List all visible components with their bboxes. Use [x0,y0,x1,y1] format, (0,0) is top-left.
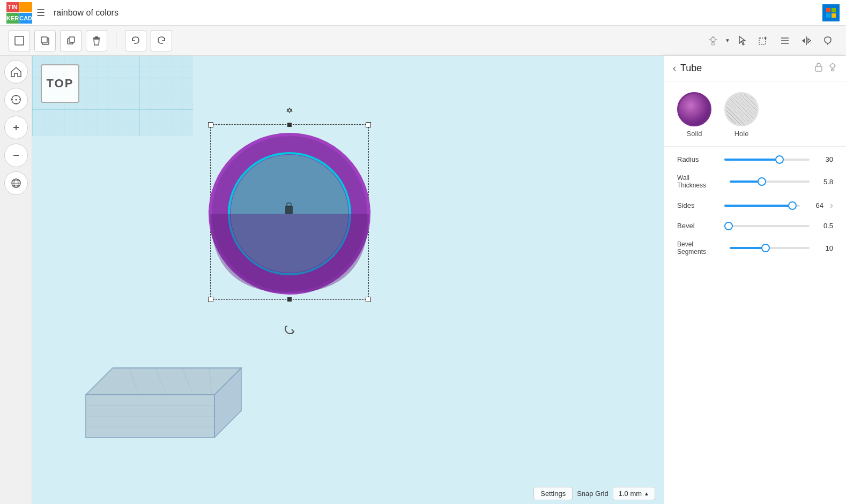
bevel-segments-value: 10 [814,244,833,252]
wall-thickness-value: 5.8 [814,178,833,186]
svg-rect-3 [832,13,836,18]
svg-rect-9 [95,36,98,37]
fit-view-button[interactable] [4,88,28,111]
bevel-value: 0.5 [814,222,833,230]
redo-button[interactable] [151,30,172,51]
light-dropdown-arrow[interactable]: ▼ [725,37,730,43]
delete-button[interactable] [86,30,107,51]
sides-track[interactable] [724,205,800,207]
copy-button[interactable] [34,30,56,51]
box-select-button[interactable] [754,31,773,50]
bevel-track[interactable] [724,225,810,227]
settings-button[interactable]: Settings [533,487,573,500]
svg-rect-2 [826,13,830,18]
radius-label: Radius [677,155,720,163]
tube-svg [204,120,375,313]
mirror-button[interactable] [797,31,816,50]
svg-rect-4 [15,36,24,45]
left-sidebar [0,56,32,504]
sides-label: Sides [677,201,720,209]
svg-point-11 [711,37,715,42]
perspective-button[interactable] [4,171,28,195]
bevel-segments-thumb[interactable] [761,244,770,252]
svg-rect-6 [41,37,47,43]
undo-button[interactable] [125,30,146,51]
sides-chevron[interactable]: › [830,200,833,211]
viewport[interactable]: TOP [32,56,664,504]
radius-thumb[interactable] [775,155,784,164]
sliders-section: Radius 30 WallThickness 5.8 Sides [664,147,846,264]
panel-light-button[interactable] [828,62,837,74]
svg-point-64 [830,64,835,68]
sides-row: Sides 64 › [677,200,833,211]
logo-empty [19,2,32,13]
select-tool-button[interactable] [732,31,752,50]
light-tool-button[interactable] [703,31,723,50]
svg-marker-17 [739,36,745,45]
resize-top-handle[interactable] [284,105,295,117]
lasso-button[interactable] [818,31,837,50]
right-toolbar: ▼ [703,31,837,50]
solid-label: Solid [687,130,702,138]
snap-grid-dropdown[interactable]: 1.0 mm ▲ [613,487,655,500]
tube-shape-container[interactable] [204,120,375,313]
bevel-label: Bevel [677,222,720,230]
home-view-button[interactable] [4,60,28,84]
snap-grid-dropdown-arrow[interactable]: ▲ [644,491,649,497]
svg-rect-8 [69,37,75,42]
box-shape[interactable] [75,320,268,450]
toolbar: ▼ [0,26,846,56]
microsoft-icon[interactable] [822,4,840,21]
svg-rect-69 [832,69,834,71]
wall-thickness-thumb[interactable] [758,177,766,186]
svg-marker-24 [802,39,805,43]
hamburger-icon[interactable]: ☰ [34,5,47,21]
duplicate-button[interactable] [60,30,81,51]
new-shape-button[interactable] [9,30,30,51]
hole-label: Hole [734,130,749,138]
svg-rect-18 [759,38,766,44]
snap-grid-label: Snap Grid [577,490,608,498]
bevel-segments-row: BevelSegments 10 [677,240,833,255]
hole-icon [724,92,759,126]
light-dropdown[interactable]: ▼ [725,37,730,43]
wall-thickness-track[interactable] [730,180,810,183]
panel-collapse-button[interactable]: ‹ [673,63,676,74]
rotate-handle[interactable] [283,324,296,340]
panel-title: Tube [680,63,810,74]
zoom-in-button[interactable] [4,116,28,139]
svg-rect-16 [711,43,715,45]
bevel-segments-track[interactable] [730,247,810,249]
zoom-out-button[interactable] [4,144,28,167]
sides-value: 64 [804,201,823,209]
svg-rect-63 [815,66,822,71]
panel-lock-button[interactable] [814,62,823,74]
topbar: TIN KER CAD ☰ rainbow of colors [0,0,846,26]
svg-rect-10 [93,37,100,39]
align-button[interactable] [775,31,795,50]
svg-rect-47 [285,206,293,214]
solid-option[interactable]: Solid [677,92,711,138]
shape-selector: Solid Hole [664,81,846,147]
logo-ker: KER [6,13,19,24]
snap-grid-value-text: 1.0 mm [619,490,642,498]
sides-fill [724,205,792,207]
tinkercad-logo[interactable]: TIN KER CAD [6,2,28,24]
project-title[interactable]: rainbow of colors [54,8,816,18]
radius-value: 30 [814,155,833,163]
box-svg [75,320,268,448]
sides-thumb[interactable] [788,201,797,210]
panel-header: ‹ Tube [664,56,846,81]
bottom-bar: Settings Snap Grid 1.0 mm ▲ [32,483,664,504]
svg-marker-25 [808,39,811,43]
radius-row: Radius 30 [677,155,833,163]
bevel-row: Bevel 0.5 [677,222,833,230]
right-panel: ‹ Tube [664,56,846,504]
solid-icon [677,92,711,126]
wall-thickness-label: WallThickness [677,174,725,189]
logo-tin: TIN [6,2,19,13]
hole-option[interactable]: Hole [724,92,759,138]
toolbar-separator [116,32,116,49]
bevel-thumb[interactable] [724,222,733,230]
radius-track[interactable] [724,159,810,161]
